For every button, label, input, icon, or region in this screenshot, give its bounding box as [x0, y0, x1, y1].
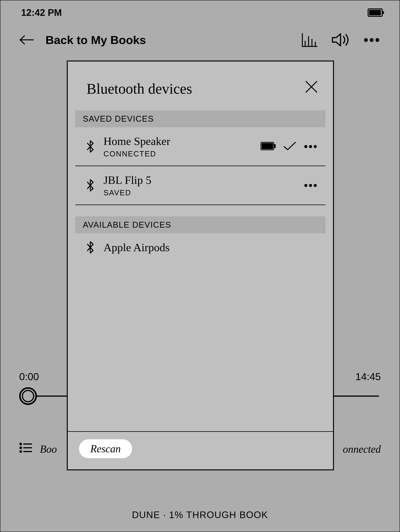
check-icon: [283, 141, 296, 152]
bluetooth-modal: Bluetooth devices SAVED DEVICES Home Spe…: [67, 61, 334, 470]
saved-devices-header: SAVED DEVICES: [75, 110, 325, 127]
device-status: CONNECTED: [103, 150, 251, 158]
elapsed-time: 0:00: [19, 371, 39, 382]
stats-icon[interactable]: [301, 32, 318, 47]
device-name: JBL Flip 5: [103, 174, 294, 187]
available-device-row[interactable]: Apple Airpods: [75, 233, 325, 261]
svg-point-8: [20, 447, 21, 449]
back-arrow-icon[interactable]: [19, 34, 34, 45]
bottom-left-text: Boo: [40, 443, 57, 455]
svg-rect-15: [274, 145, 275, 148]
modal-title: Bluetooth devices: [87, 80, 192, 97]
svg-marker-5: [332, 34, 341, 46]
nav-bar: Back to My Books •••: [0, 29, 400, 51]
svg-point-6: [20, 443, 21, 445]
svg-point-10: [20, 451, 21, 452]
device-status: SAVED: [103, 189, 294, 197]
close-icon[interactable]: [305, 80, 318, 93]
rescan-button[interactable]: Rescan: [79, 439, 132, 458]
remaining-time: 14:45: [355, 371, 381, 382]
bluetooth-icon: [87, 179, 94, 192]
status-bar: 12:42 PM: [0, 0, 400, 25]
modal-footer: Rescan: [68, 431, 333, 469]
available-devices-header: AVAILABLE DEVICES: [75, 216, 325, 233]
saved-device-row[interactable]: Home Speaker CONNECTED •••: [75, 127, 325, 166]
bottom-right-text: onnected: [343, 443, 381, 455]
footer-progress: DUNE · 1% THROUGH BOOK: [0, 509, 400, 520]
svg-rect-16: [262, 143, 273, 149]
battery-icon: [368, 8, 383, 17]
speaker-icon[interactable]: [331, 32, 350, 47]
list-icon[interactable]: [19, 442, 32, 456]
status-time: 12:42 PM: [21, 7, 62, 18]
saved-device-row[interactable]: JBL Flip 5 SAVED •••: [75, 166, 325, 205]
progress-thumb[interactable]: [19, 387, 37, 405]
device-name: Home Speaker: [103, 135, 251, 148]
bluetooth-icon: [87, 140, 94, 153]
bluetooth-icon: [87, 241, 94, 254]
device-battery-icon: [261, 142, 276, 151]
device-name: Apple Airpods: [103, 241, 318, 254]
nav-title[interactable]: Back to My Books: [45, 33, 301, 47]
